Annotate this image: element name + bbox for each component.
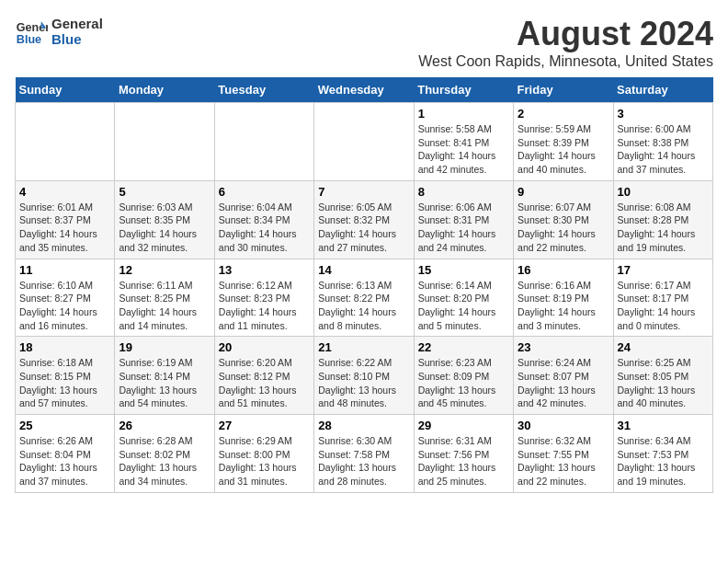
day-info: Sunrise: 6:00 AMSunset: 8:38 PMDaylight:… bbox=[618, 122, 709, 177]
header: General Blue General Blue August 2024 We… bbox=[15, 15, 713, 70]
day-info: Sunrise: 6:18 AMSunset: 8:15 PMDaylight:… bbox=[19, 356, 110, 410]
day-info: Sunrise: 6:07 AMSunset: 8:30 PMDaylight:… bbox=[518, 201, 609, 255]
day-number: 2 bbox=[518, 107, 609, 121]
day-number: 1 bbox=[418, 107, 509, 121]
day-number: 30 bbox=[518, 419, 609, 432]
day-info: Sunrise: 6:31 AMSunset: 7:56 PMDaylight:… bbox=[418, 434, 509, 488]
day-cell: 31Sunrise: 6:34 AMSunset: 7:53 PMDayligh… bbox=[613, 415, 712, 493]
header-friday: Friday bbox=[514, 77, 613, 103]
day-number: 19 bbox=[119, 340, 210, 354]
header-saturday: Saturday bbox=[613, 77, 712, 103]
day-number: 31 bbox=[618, 419, 709, 432]
week-row-3: 11Sunrise: 6:10 AMSunset: 8:27 PMDayligh… bbox=[16, 259, 713, 337]
day-number: 21 bbox=[318, 340, 409, 354]
subtitle: West Coon Rapids, Minnesota, United Stat… bbox=[418, 53, 713, 70]
header-tuesday: Tuesday bbox=[214, 77, 313, 103]
day-info: Sunrise: 6:23 AMSunset: 8:09 PMDaylight:… bbox=[418, 356, 509, 410]
day-cell: 11Sunrise: 6:10 AMSunset: 8:27 PMDayligh… bbox=[16, 259, 115, 337]
day-cell: 12Sunrise: 6:11 AMSunset: 8:25 PMDayligh… bbox=[115, 259, 214, 337]
day-number: 7 bbox=[318, 185, 409, 199]
logo-general: General bbox=[51, 16, 103, 31]
day-number: 11 bbox=[19, 263, 110, 277]
day-info: Sunrise: 6:34 AMSunset: 7:53 PMDaylight:… bbox=[618, 434, 709, 488]
day-number: 25 bbox=[19, 419, 110, 432]
day-cell: 28Sunrise: 6:30 AMSunset: 7:58 PMDayligh… bbox=[314, 415, 414, 493]
day-cell: 27Sunrise: 6:29 AMSunset: 8:00 PMDayligh… bbox=[214, 415, 313, 493]
day-info: Sunrise: 6:04 AMSunset: 8:34 PMDaylight:… bbox=[219, 201, 310, 255]
day-cell: 2Sunrise: 5:59 AMSunset: 8:39 PMDaylight… bbox=[514, 103, 613, 181]
day-number: 8 bbox=[418, 185, 509, 199]
logo-blue: Blue bbox=[51, 31, 103, 47]
day-number: 3 bbox=[618, 107, 709, 121]
title-area: August 2024 West Coon Rapids, Minnesota,… bbox=[418, 15, 713, 70]
day-cell: 19Sunrise: 6:19 AMSunset: 8:14 PMDayligh… bbox=[115, 337, 214, 415]
svg-text:Blue: Blue bbox=[17, 33, 41, 46]
day-cell: 20Sunrise: 6:20 AMSunset: 8:12 PMDayligh… bbox=[214, 337, 313, 415]
week-row-2: 4Sunrise: 6:01 AMSunset: 8:37 PMDaylight… bbox=[16, 180, 713, 259]
day-cell: 22Sunrise: 6:23 AMSunset: 8:09 PMDayligh… bbox=[414, 337, 513, 415]
day-cell: 21Sunrise: 6:22 AMSunset: 8:10 PMDayligh… bbox=[314, 337, 414, 415]
day-info: Sunrise: 6:03 AMSunset: 8:35 PMDaylight:… bbox=[119, 201, 210, 255]
day-number: 13 bbox=[219, 263, 310, 277]
day-cell: 26Sunrise: 6:28 AMSunset: 8:02 PMDayligh… bbox=[115, 415, 214, 493]
day-info: Sunrise: 6:19 AMSunset: 8:14 PMDaylight:… bbox=[119, 356, 210, 410]
day-cell: 7Sunrise: 6:05 AMSunset: 8:32 PMDaylight… bbox=[314, 180, 414, 259]
header-sunday: Sunday bbox=[16, 77, 115, 103]
day-number: 27 bbox=[219, 419, 310, 432]
day-info: Sunrise: 6:20 AMSunset: 8:12 PMDaylight:… bbox=[219, 356, 310, 410]
calendar-body: 1Sunrise: 5:58 AMSunset: 8:41 PMDaylight… bbox=[16, 103, 713, 493]
day-info: Sunrise: 6:06 AMSunset: 8:31 PMDaylight:… bbox=[418, 201, 509, 255]
day-info: Sunrise: 6:25 AMSunset: 8:05 PMDaylight:… bbox=[618, 356, 709, 410]
week-row-5: 25Sunrise: 6:26 AMSunset: 8:04 PMDayligh… bbox=[16, 415, 713, 493]
day-info: Sunrise: 6:22 AMSunset: 8:10 PMDaylight:… bbox=[318, 356, 409, 410]
day-number: 15 bbox=[418, 263, 509, 277]
day-info: Sunrise: 5:58 AMSunset: 8:41 PMDaylight:… bbox=[418, 122, 509, 177]
day-info: Sunrise: 6:30 AMSunset: 7:58 PMDaylight:… bbox=[318, 434, 409, 488]
logo-icon: General Blue bbox=[15, 15, 48, 48]
day-cell: 5Sunrise: 6:03 AMSunset: 8:35 PMDaylight… bbox=[115, 180, 214, 259]
day-number: 14 bbox=[318, 263, 409, 277]
day-number: 29 bbox=[418, 419, 509, 432]
day-number: 23 bbox=[518, 340, 609, 354]
day-cell: 24Sunrise: 6:25 AMSunset: 8:05 PMDayligh… bbox=[613, 337, 712, 415]
day-info: Sunrise: 6:24 AMSunset: 8:07 PMDaylight:… bbox=[518, 356, 609, 410]
day-number: 4 bbox=[19, 185, 110, 199]
day-cell: 25Sunrise: 6:26 AMSunset: 8:04 PMDayligh… bbox=[16, 415, 115, 493]
day-cell bbox=[115, 103, 214, 181]
day-cell bbox=[314, 103, 414, 181]
day-info: Sunrise: 6:05 AMSunset: 8:32 PMDaylight:… bbox=[318, 201, 409, 255]
day-cell: 18Sunrise: 6:18 AMSunset: 8:15 PMDayligh… bbox=[16, 337, 115, 415]
day-info: Sunrise: 6:01 AMSunset: 8:37 PMDaylight:… bbox=[19, 201, 110, 255]
day-info: Sunrise: 6:14 AMSunset: 8:20 PMDaylight:… bbox=[418, 279, 509, 333]
day-cell: 9Sunrise: 6:07 AMSunset: 8:30 PMDaylight… bbox=[514, 180, 613, 259]
day-info: Sunrise: 6:10 AMSunset: 8:27 PMDaylight:… bbox=[19, 279, 110, 333]
day-cell: 8Sunrise: 6:06 AMSunset: 8:31 PMDaylight… bbox=[414, 180, 513, 259]
day-info: Sunrise: 5:59 AMSunset: 8:39 PMDaylight:… bbox=[518, 122, 609, 177]
day-cell: 23Sunrise: 6:24 AMSunset: 8:07 PMDayligh… bbox=[514, 337, 613, 415]
week-row-1: 1Sunrise: 5:58 AMSunset: 8:41 PMDaylight… bbox=[16, 103, 713, 181]
day-number: 18 bbox=[19, 340, 110, 354]
day-number: 17 bbox=[618, 263, 709, 277]
day-cell: 17Sunrise: 6:17 AMSunset: 8:17 PMDayligh… bbox=[613, 259, 712, 337]
day-info: Sunrise: 6:17 AMSunset: 8:17 PMDaylight:… bbox=[618, 279, 709, 333]
day-info: Sunrise: 6:11 AMSunset: 8:25 PMDaylight:… bbox=[119, 279, 210, 333]
day-info: Sunrise: 6:26 AMSunset: 8:04 PMDaylight:… bbox=[19, 434, 110, 488]
calendar-table: SundayMondayTuesdayWednesdayThursdayFrid… bbox=[15, 77, 713, 493]
day-number: 26 bbox=[119, 419, 210, 432]
day-cell bbox=[16, 103, 115, 181]
day-cell: 3Sunrise: 6:00 AMSunset: 8:38 PMDaylight… bbox=[613, 103, 712, 181]
day-cell: 15Sunrise: 6:14 AMSunset: 8:20 PMDayligh… bbox=[414, 259, 513, 337]
day-info: Sunrise: 6:13 AMSunset: 8:22 PMDaylight:… bbox=[318, 279, 409, 333]
day-info: Sunrise: 6:08 AMSunset: 8:28 PMDaylight:… bbox=[618, 201, 709, 255]
week-row-4: 18Sunrise: 6:18 AMSunset: 8:15 PMDayligh… bbox=[16, 337, 713, 415]
day-info: Sunrise: 6:28 AMSunset: 8:02 PMDaylight:… bbox=[119, 434, 210, 488]
logo: General Blue General Blue bbox=[15, 15, 103, 48]
day-number: 16 bbox=[518, 263, 609, 277]
header-thursday: Thursday bbox=[414, 77, 513, 103]
day-number: 20 bbox=[219, 340, 310, 354]
day-cell: 4Sunrise: 6:01 AMSunset: 8:37 PMDaylight… bbox=[16, 180, 115, 259]
day-info: Sunrise: 6:12 AMSunset: 8:23 PMDaylight:… bbox=[219, 279, 310, 333]
day-info: Sunrise: 6:32 AMSunset: 7:55 PMDaylight:… bbox=[518, 434, 609, 488]
header-monday: Monday bbox=[115, 77, 214, 103]
day-cell bbox=[214, 103, 313, 181]
